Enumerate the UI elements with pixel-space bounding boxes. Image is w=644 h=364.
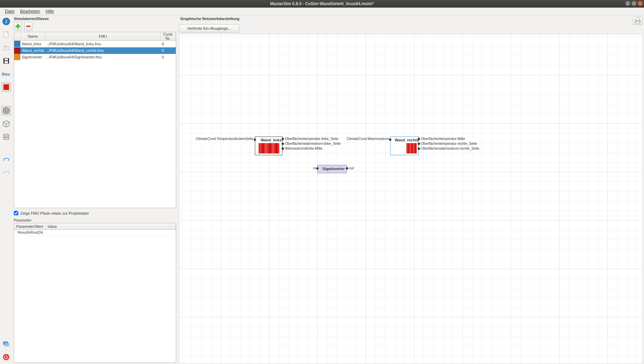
menu-bar: Datei Bearbeiten Hilfe	[0, 8, 644, 15]
menu-file[interactable]: Datei	[2, 8, 17, 15]
network-panel-title: Graphische Netzwerkdarstellung	[179, 17, 239, 22]
svg-line-17	[8, 112, 9, 113]
cell-name: Wand_links	[20, 41, 45, 47]
table-row[interactable]: Wand_rechts ../FMUs/linux64/Wand_rechts.…	[14, 47, 176, 54]
svg-rect-4	[3, 47, 9, 50]
svg-point-11	[5, 110, 8, 112]
color-swatch	[14, 47, 20, 54]
add-slave-button[interactable]	[14, 22, 22, 30]
layers-icon[interactable]	[1, 132, 11, 142]
slaves-panel: Simulatoren/Slaves Name FMU Cyc	[12, 15, 177, 364]
color-swatch	[14, 54, 20, 60]
chat-icon[interactable]	[1, 339, 11, 349]
cell-name: Wand_rechts	[20, 47, 45, 54]
maximize-button[interactable]	[632, 1, 636, 6]
svg-rect-26	[4, 343, 9, 346]
port-label: in	[313, 166, 316, 170]
menu-help[interactable]: Hilfe	[43, 8, 57, 15]
relpath-checkbox[interactable]	[14, 211, 18, 215]
port-label: ClimateCond.TemperaturAndereSeite	[196, 137, 253, 141]
svg-line-16	[4, 108, 4, 109]
node-wand-rechts[interactable]: Wand_rechts	[390, 137, 419, 155]
col-fmu[interactable]: FMU	[45, 32, 160, 41]
relpath-label: Zeige FMU Pfade relativ zur Projektdatei	[20, 211, 89, 215]
cell-fmu: ../FMUs/linux64/Wand_links.fmu	[45, 41, 160, 47]
node-title: Wand_rechts	[395, 138, 419, 142]
col-name[interactable]: Name	[20, 32, 45, 41]
node-preview-icon	[406, 143, 417, 153]
slaves-panel-title: Simulatoren/Slaves	[12, 17, 177, 22]
power-icon[interactable]	[1, 352, 11, 362]
color-swatch	[14, 41, 20, 47]
info-icon[interactable]: i	[1, 17, 11, 26]
fmu-icon[interactable]: fmu	[1, 69, 11, 79]
link-disabled-icon	[1, 168, 11, 178]
port-label: Oberflächenwärmestrom-linke_Seite	[285, 142, 341, 146]
open-file-icon[interactable]	[1, 43, 11, 53]
menu-edit[interactable]: Bearbeiten	[17, 8, 43, 15]
svg-rect-30	[26, 26, 30, 27]
print-button[interactable]	[633, 17, 643, 25]
node-title: Wand_links	[261, 138, 282, 142]
svg-rect-29	[16, 26, 20, 27]
slaves-table-header: Name FMU Cycle Nr.	[14, 32, 176, 41]
left-toolbar: i fmu	[0, 15, 12, 364]
port-label: Wärmestromdichte-Mitte	[285, 147, 323, 150]
connection-wires	[179, 34, 283, 86]
svg-rect-6	[4, 58, 8, 60]
table-row[interactable]: Wand_links ../FMUs/linux64/Wand_links.fm…	[14, 41, 176, 47]
col-cycle[interactable]: Cycle Nr.	[161, 32, 176, 41]
link-icon[interactable]	[1, 155, 11, 165]
svg-rect-7	[4, 61, 8, 63]
window-controls	[625, 1, 643, 6]
port-label: Oberflächenwärmestrom-rechte_Seite	[421, 147, 479, 150]
node-title: SignInverter	[323, 167, 345, 171]
parameter-panel-title: Parameter	[12, 216, 177, 223]
param-table-header: Parameter/Wert Value	[14, 223, 176, 230]
minimize-button[interactable]	[625, 1, 630, 6]
cell-fmu: ../FMUs/linux64/SignInverter.fmu	[45, 54, 160, 60]
connect-io-button[interactable]: Verbinde Ein-/Ausgänge...	[179, 24, 239, 32]
cell-value[interactable]	[45, 230, 176, 235]
save-icon[interactable]	[1, 56, 11, 66]
node-signinverter[interactable]: SignInverter	[317, 165, 347, 173]
port-label: Oberflächentemperatur-rechte_Seite	[421, 142, 477, 146]
port-label: Oberflächentemperatur-linke_Seite	[285, 137, 338, 141]
svg-line-19	[4, 112, 4, 113]
window-title: MasterSim 0.8.0 - CoSim-WandGeteilt_linu…	[270, 1, 374, 6]
cube-icon[interactable]	[1, 119, 11, 129]
svg-rect-9	[3, 84, 9, 90]
window-titlebar: MasterSim 0.8.0 - CoSim-WandGeteilt_linu…	[0, 0, 644, 8]
close-button[interactable]	[638, 1, 643, 6]
network-panel: Graphische Netzwerkdarstellung Verbinde …	[177, 15, 644, 364]
col-color[interactable]	[14, 32, 20, 41]
svg-rect-33	[636, 22, 640, 24]
network-canvas[interactable]: Wand_links ClimateCond.TemperaturAndereS…	[179, 34, 643, 364]
table-row[interactable]: SignInverter ../FMUs/linux64/SignInverte…	[14, 54, 176, 60]
cell-fmu: ../FMUs/linux64/Wand_rechts.fmu	[45, 47, 160, 54]
port-label: ClimateCond.Waermestrom	[347, 137, 389, 141]
cell-cycle: 0	[161, 41, 176, 47]
svg-text:fmu: fmu	[2, 72, 10, 77]
col-value[interactable]: Value	[45, 223, 176, 230]
port-label: Oberflächentemperatur-Mitte	[421, 137, 465, 141]
node-preview-icon	[259, 143, 279, 153]
col-param-wert[interactable]: Parameter/Wert	[14, 223, 45, 230]
svg-line-18	[8, 108, 9, 109]
slaves-toolbar	[12, 22, 177, 32]
new-file-icon[interactable]	[1, 30, 11, 39]
svg-rect-32	[636, 18, 640, 20]
remove-slave-button[interactable]	[24, 22, 32, 30]
slaves-table[interactable]: Name FMU Cycle Nr. Wand_links ../FMUs/li…	[14, 32, 176, 208]
parameter-table[interactable]: Parameter/Wert Value ResultsRootDir	[14, 223, 176, 363]
node-wand-links[interactable]: Wand_links	[255, 137, 282, 155]
settings-icon[interactable]	[1, 106, 11, 115]
cell-name: SignInverter	[20, 54, 45, 60]
cell-cycle: 0	[161, 47, 176, 54]
slaves-view-icon[interactable]	[1, 82, 11, 92]
port-label: out	[349, 166, 354, 170]
table-row[interactable]: ResultsRootDir	[14, 230, 176, 235]
relpath-checkbox-row: Zeige FMU Pfade relativ zur Projektdatei	[12, 209, 177, 216]
cell-cycle: 0	[161, 54, 176, 60]
cell-param: ResultsRootDir	[14, 230, 45, 235]
